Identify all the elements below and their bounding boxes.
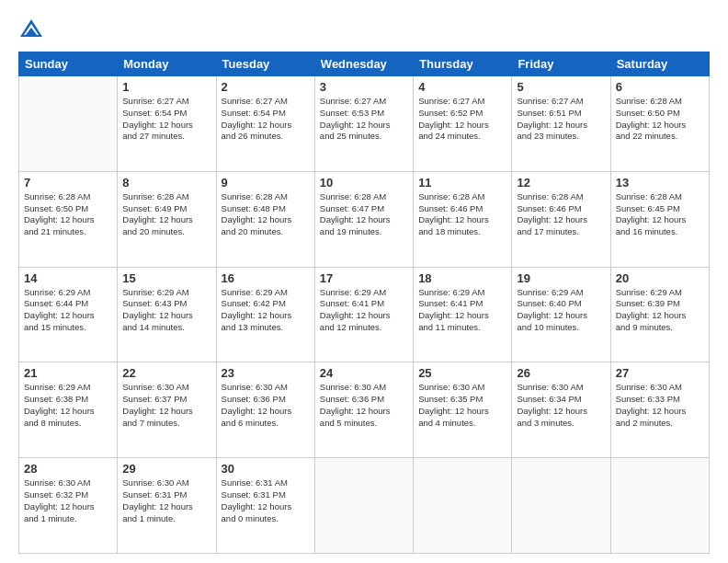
day-info: Sunrise: 6:28 AM Sunset: 6:45 PM Dayligh… <box>616 191 704 238</box>
day-number: 14 <box>24 271 112 285</box>
day-info: Sunrise: 6:28 AM Sunset: 6:48 PM Dayligh… <box>222 191 310 238</box>
day-number: 19 <box>517 271 605 285</box>
day-number: 18 <box>418 271 506 285</box>
day-info: Sunrise: 6:30 AM Sunset: 6:33 PM Dayligh… <box>616 382 704 429</box>
calendar-cell: 4Sunrise: 6:27 AM Sunset: 6:52 PM Daylig… <box>414 76 512 172</box>
day-number: 3 <box>320 80 408 94</box>
calendar-cell: 15Sunrise: 6:29 AM Sunset: 6:43 PM Dayli… <box>118 267 216 362</box>
day-number: 11 <box>418 176 506 190</box>
day-info: Sunrise: 6:27 AM Sunset: 6:54 PM Dayligh… <box>122 96 210 143</box>
calendar-cell: 12Sunrise: 6:28 AM Sunset: 6:46 PM Dayli… <box>512 171 610 267</box>
calendar-week-4: 21Sunrise: 6:29 AM Sunset: 6:38 PM Dayli… <box>19 362 710 458</box>
day-info: Sunrise: 6:30 AM Sunset: 6:32 PM Dayligh… <box>24 477 112 524</box>
day-number: 28 <box>24 462 112 476</box>
day-number: 4 <box>418 80 506 94</box>
day-number: 7 <box>24 176 112 190</box>
day-info: Sunrise: 6:30 AM Sunset: 6:36 PM Dayligh… <box>222 382 310 429</box>
header <box>18 17 710 42</box>
calendar-cell <box>19 76 118 172</box>
day-info: Sunrise: 6:28 AM Sunset: 6:49 PM Dayligh… <box>122 191 210 238</box>
day-info: Sunrise: 6:28 AM Sunset: 6:46 PM Dayligh… <box>418 191 506 238</box>
calendar-cell: 27Sunrise: 6:30 AM Sunset: 6:33 PM Dayli… <box>610 362 709 458</box>
day-number: 30 <box>222 462 310 476</box>
weekday-header-tuesday: Tuesday <box>216 52 314 76</box>
day-number: 23 <box>222 366 310 380</box>
day-info: Sunrise: 6:30 AM Sunset: 6:31 PM Dayligh… <box>122 477 210 524</box>
day-info: Sunrise: 6:29 AM Sunset: 6:42 PM Dayligh… <box>222 287 310 334</box>
day-info: Sunrise: 6:29 AM Sunset: 6:40 PM Dayligh… <box>517 287 605 334</box>
calendar-cell: 10Sunrise: 6:28 AM Sunset: 6:47 PM Dayli… <box>314 171 413 267</box>
weekday-header-monday: Monday <box>118 52 216 76</box>
calendar-cell: 18Sunrise: 6:29 AM Sunset: 6:41 PM Dayli… <box>414 267 512 362</box>
day-number: 12 <box>517 176 605 190</box>
day-info: Sunrise: 6:28 AM Sunset: 6:50 PM Dayligh… <box>616 96 704 143</box>
calendar-cell: 3Sunrise: 6:27 AM Sunset: 6:53 PM Daylig… <box>314 76 413 172</box>
calendar-cell: 21Sunrise: 6:29 AM Sunset: 6:38 PM Dayli… <box>19 362 118 458</box>
day-info: Sunrise: 6:27 AM Sunset: 6:52 PM Dayligh… <box>418 96 506 143</box>
weekday-header-thursday: Thursday <box>414 52 512 76</box>
calendar-cell: 22Sunrise: 6:30 AM Sunset: 6:37 PM Dayli… <box>118 362 216 458</box>
calendar-cell <box>314 458 413 554</box>
calendar-cell: 16Sunrise: 6:29 AM Sunset: 6:42 PM Dayli… <box>216 267 314 362</box>
day-number: 27 <box>616 366 704 380</box>
day-number: 25 <box>418 366 506 380</box>
day-number: 5 <box>517 80 605 94</box>
day-info: Sunrise: 6:29 AM Sunset: 6:41 PM Dayligh… <box>418 287 506 334</box>
calendar-cell <box>610 458 709 554</box>
calendar-cell: 2Sunrise: 6:27 AM Sunset: 6:54 PM Daylig… <box>216 76 314 172</box>
day-info: Sunrise: 6:27 AM Sunset: 6:54 PM Dayligh… <box>222 96 310 143</box>
logo-icon <box>18 17 44 42</box>
day-info: Sunrise: 6:30 AM Sunset: 6:37 PM Dayligh… <box>122 382 210 429</box>
day-info: Sunrise: 6:30 AM Sunset: 6:36 PM Dayligh… <box>320 382 408 429</box>
calendar-cell: 5Sunrise: 6:27 AM Sunset: 6:51 PM Daylig… <box>512 76 610 172</box>
calendar-cell: 9Sunrise: 6:28 AM Sunset: 6:48 PM Daylig… <box>216 171 314 267</box>
day-number: 21 <box>24 366 112 380</box>
day-info: Sunrise: 6:29 AM Sunset: 6:39 PM Dayligh… <box>616 287 704 334</box>
day-info: Sunrise: 6:30 AM Sunset: 6:35 PM Dayligh… <box>418 382 506 429</box>
day-number: 8 <box>122 176 210 190</box>
day-info: Sunrise: 6:30 AM Sunset: 6:34 PM Dayligh… <box>517 382 605 429</box>
day-info: Sunrise: 6:27 AM Sunset: 6:51 PM Dayligh… <box>517 96 605 143</box>
day-number: 13 <box>616 176 704 190</box>
day-number: 24 <box>320 366 408 380</box>
day-number: 26 <box>517 366 605 380</box>
calendar-cell: 28Sunrise: 6:30 AM Sunset: 6:32 PM Dayli… <box>19 458 118 554</box>
calendar-cell: 14Sunrise: 6:29 AM Sunset: 6:44 PM Dayli… <box>19 267 118 362</box>
weekday-header-wednesday: Wednesday <box>314 52 413 76</box>
calendar-week-5: 28Sunrise: 6:30 AM Sunset: 6:32 PM Dayli… <box>19 458 710 554</box>
day-info: Sunrise: 6:28 AM Sunset: 6:50 PM Dayligh… <box>24 191 112 238</box>
day-number: 17 <box>320 271 408 285</box>
day-number: 15 <box>122 271 210 285</box>
weekday-header-friday: Friday <box>512 52 610 76</box>
day-number: 10 <box>320 176 408 190</box>
calendar-cell: 1Sunrise: 6:27 AM Sunset: 6:54 PM Daylig… <box>118 76 216 172</box>
calendar-cell: 17Sunrise: 6:29 AM Sunset: 6:41 PM Dayli… <box>314 267 413 362</box>
calendar-cell: 24Sunrise: 6:30 AM Sunset: 6:36 PM Dayli… <box>314 362 413 458</box>
calendar-cell: 6Sunrise: 6:28 AM Sunset: 6:50 PM Daylig… <box>610 76 709 172</box>
calendar-cell: 11Sunrise: 6:28 AM Sunset: 6:46 PM Dayli… <box>414 171 512 267</box>
calendar-cell <box>414 458 512 554</box>
logo <box>18 17 48 42</box>
day-number: 6 <box>616 80 704 94</box>
calendar-table: SundayMondayTuesdayWednesdayThursdayFrid… <box>18 52 710 554</box>
day-number: 16 <box>222 271 310 285</box>
day-info: Sunrise: 6:29 AM Sunset: 6:44 PM Dayligh… <box>24 287 112 334</box>
calendar-cell: 30Sunrise: 6:31 AM Sunset: 6:31 PM Dayli… <box>216 458 314 554</box>
calendar-week-1: 1Sunrise: 6:27 AM Sunset: 6:54 PM Daylig… <box>19 76 710 172</box>
day-info: Sunrise: 6:29 AM Sunset: 6:38 PM Dayligh… <box>24 382 112 429</box>
day-number: 9 <box>222 176 310 190</box>
calendar-cell: 25Sunrise: 6:30 AM Sunset: 6:35 PM Dayli… <box>414 362 512 458</box>
day-number: 22 <box>122 366 210 380</box>
day-info: Sunrise: 6:28 AM Sunset: 6:46 PM Dayligh… <box>517 191 605 238</box>
calendar-cell: 13Sunrise: 6:28 AM Sunset: 6:45 PM Dayli… <box>610 171 709 267</box>
day-number: 29 <box>122 462 210 476</box>
calendar-cell <box>512 458 610 554</box>
weekday-header-sunday: Sunday <box>19 52 118 76</box>
day-number: 2 <box>222 80 310 94</box>
day-info: Sunrise: 6:28 AM Sunset: 6:47 PM Dayligh… <box>320 191 408 238</box>
calendar-cell: 7Sunrise: 6:28 AM Sunset: 6:50 PM Daylig… <box>19 171 118 267</box>
day-info: Sunrise: 6:29 AM Sunset: 6:43 PM Dayligh… <box>122 287 210 334</box>
day-info: Sunrise: 6:31 AM Sunset: 6:31 PM Dayligh… <box>222 477 310 524</box>
calendar-cell: 19Sunrise: 6:29 AM Sunset: 6:40 PM Dayli… <box>512 267 610 362</box>
calendar-cell: 29Sunrise: 6:30 AM Sunset: 6:31 PM Dayli… <box>118 458 216 554</box>
